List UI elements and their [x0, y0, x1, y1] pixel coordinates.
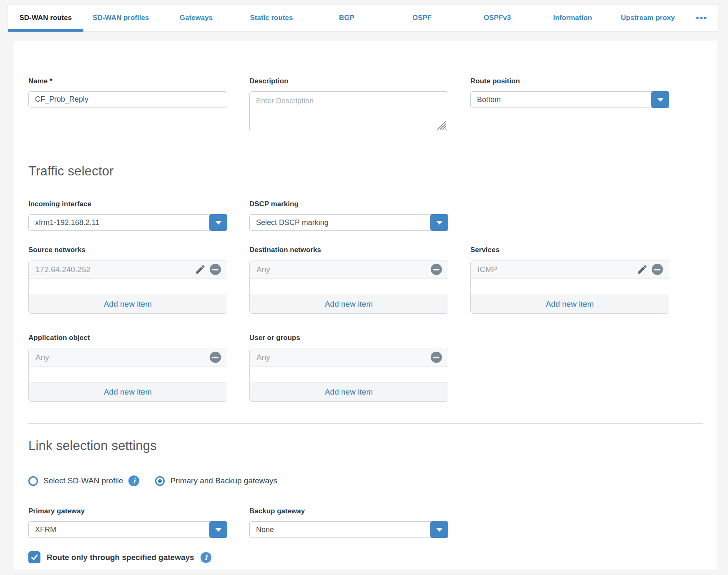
list-item-text: Any	[256, 265, 270, 274]
dscp-marking-select[interactable]: Select DSCP marking	[249, 214, 448, 231]
general-fields-row: Name * Description Route position Bottom	[28, 77, 703, 133]
route-only-label: Route only through specified gateways	[47, 553, 194, 562]
name-label: Name *	[28, 77, 227, 85]
list-empty-space	[250, 279, 448, 295]
route-position-select[interactable]: Bottom	[470, 91, 669, 108]
incoming-interface-dropdown-button[interactable]	[209, 214, 227, 231]
backup-gateway-select[interactable]: None	[249, 521, 448, 538]
incoming-interface-value: xfrm1-192.168.2.11	[35, 218, 100, 227]
list-item: Any	[250, 348, 448, 367]
link-selection-heading: Link selection settings	[28, 438, 703, 454]
route-only-checkbox-row: Route only through specified gateways i	[28, 551, 703, 563]
tab-upstream-proxy[interactable]: Upstream proxy	[610, 5, 686, 31]
description-input[interactable]	[249, 91, 448, 131]
user-groups-label: User or groups	[249, 334, 448, 342]
link-mode-radio-row: Select SD-WAN profile i Primary and Back…	[28, 475, 703, 486]
destination-networks-listbox: Any Add new item	[249, 260, 448, 314]
user-groups-add-button[interactable]: Add new item	[250, 382, 448, 401]
name-field-group: Name *	[28, 77, 227, 108]
section-divider	[28, 149, 703, 149]
primary-gateway-value: XFRM	[35, 525, 56, 534]
incoming-interface-group: Incoming interface xfrm1-192.168.2.11	[28, 200, 227, 231]
dscp-marking-dropdown-button[interactable]	[430, 214, 448, 231]
list-empty-space	[471, 279, 669, 295]
gateways-row: Primary gateway XFRM Backup gateway None	[28, 507, 703, 538]
chevron-down-icon	[215, 221, 222, 225]
list-item: Any	[250, 260, 448, 279]
destination-networks-group: Destination networks Any Add new item	[249, 246, 448, 314]
info-icon[interactable]: i	[201, 552, 211, 563]
chevron-down-icon	[436, 528, 443, 532]
radio-unselected-icon[interactable]	[28, 476, 38, 486]
tab-sdwan-profiles[interactable]: SD-WAN profiles	[83, 5, 159, 31]
incoming-interface-label: Incoming interface	[28, 200, 227, 208]
services-group: Services ICMP Add new item	[470, 246, 669, 314]
remove-item-icon[interactable]	[210, 264, 221, 275]
tab-static-routes[interactable]: Static routes	[234, 5, 309, 31]
chevron-down-icon	[657, 98, 664, 102]
section-divider	[28, 423, 703, 424]
description-label: Description	[249, 77, 448, 85]
source-networks-listbox: 172.64.240.252 Add new item	[28, 260, 227, 314]
source-networks-group: Source networks 172.64.240.252 Add new i…	[28, 246, 227, 314]
application-object-add-button[interactable]: Add new item	[29, 382, 227, 401]
application-object-group: Application object Any Add new item	[28, 334, 227, 402]
route-position-field-group: Route position Bottom	[470, 77, 669, 108]
services-add-button[interactable]: Add new item	[471, 295, 669, 313]
primary-gateway-select[interactable]: XFRM	[28, 521, 227, 538]
traffic-selector-heading: Traffic selector	[28, 163, 703, 179]
list-empty-space	[29, 279, 227, 295]
route-only-checkbox[interactable]	[28, 551, 40, 563]
radio-label: Select SD-WAN profile	[43, 476, 123, 485]
tab-bgp[interactable]: BGP	[309, 5, 384, 31]
list-item-text: ICMP	[477, 265, 497, 274]
route-position-label: Route position	[470, 77, 669, 85]
tab-sdwan-routes[interactable]: SD-WAN routes	[8, 5, 83, 31]
tab-ospfv3[interactable]: OSPFv3	[459, 5, 535, 31]
dscp-marking-label: DSCP marking	[249, 200, 448, 208]
description-field-group: Description	[249, 77, 448, 133]
remove-item-icon[interactable]	[431, 352, 442, 363]
tab-bar: SD-WAN routes SD-WAN profiles Gateways S…	[8, 4, 718, 32]
list-empty-space	[250, 367, 448, 382]
list-empty-space	[29, 367, 227, 382]
primary-gateway-group: Primary gateway XFRM	[28, 507, 227, 538]
info-icon[interactable]: i	[128, 475, 139, 486]
dscp-marking-group: DSCP marking Select DSCP marking	[249, 200, 448, 231]
route-position-dropdown-button[interactable]	[651, 91, 669, 108]
radio-label: Primary and Backup gateways	[170, 476, 277, 485]
primary-gateway-dropdown-button[interactable]	[209, 521, 227, 538]
name-input[interactable]	[28, 91, 227, 108]
backup-gateway-dropdown-button[interactable]	[430, 521, 448, 538]
list-item-text: Any	[256, 353, 270, 362]
source-networks-label: Source networks	[28, 246, 227, 254]
chevron-down-icon	[215, 528, 222, 532]
remove-item-icon[interactable]	[210, 352, 221, 363]
destination-networks-label: Destination networks	[249, 246, 448, 254]
networks-services-row: Source networks 172.64.240.252 Add new i…	[28, 246, 703, 314]
remove-item-icon[interactable]	[652, 264, 663, 275]
radio-primary-backup-gateways[interactable]: Primary and Backup gateways	[155, 476, 277, 486]
source-networks-add-button[interactable]: Add new item	[29, 295, 227, 313]
incoming-interface-select[interactable]: xfrm1-192.168.2.11	[28, 214, 227, 231]
tab-ospf[interactable]: OSPF	[384, 5, 460, 31]
tab-gateways[interactable]: Gateways	[158, 5, 234, 31]
list-item: ICMP	[471, 260, 669, 279]
edit-pencil-icon[interactable]	[637, 264, 648, 275]
remove-item-icon[interactable]	[431, 264, 442, 275]
primary-gateway-label: Primary gateway	[28, 507, 227, 515]
more-tabs-icon[interactable]: •••	[685, 5, 718, 31]
destination-networks-add-button[interactable]: Add new item	[250, 295, 448, 313]
checkmark-icon	[30, 553, 39, 562]
list-item-text: 172.64.240.252	[35, 265, 90, 274]
list-item-text: Any	[35, 353, 49, 362]
tab-information[interactable]: Information	[535, 5, 610, 31]
services-label: Services	[470, 246, 669, 254]
application-users-row: Application object Any Add new item User…	[28, 334, 703, 402]
radio-select-sdwan-profile[interactable]: Select SD-WAN profile i	[28, 475, 139, 486]
radio-selected-icon[interactable]	[155, 476, 165, 486]
dscp-marking-value: Select DSCP marking	[256, 218, 329, 227]
user-groups-listbox: Any Add new item	[249, 348, 448, 402]
edit-pencil-icon[interactable]	[195, 264, 206, 275]
sdwan-route-form: Name * Description Route position Bottom	[14, 41, 717, 570]
